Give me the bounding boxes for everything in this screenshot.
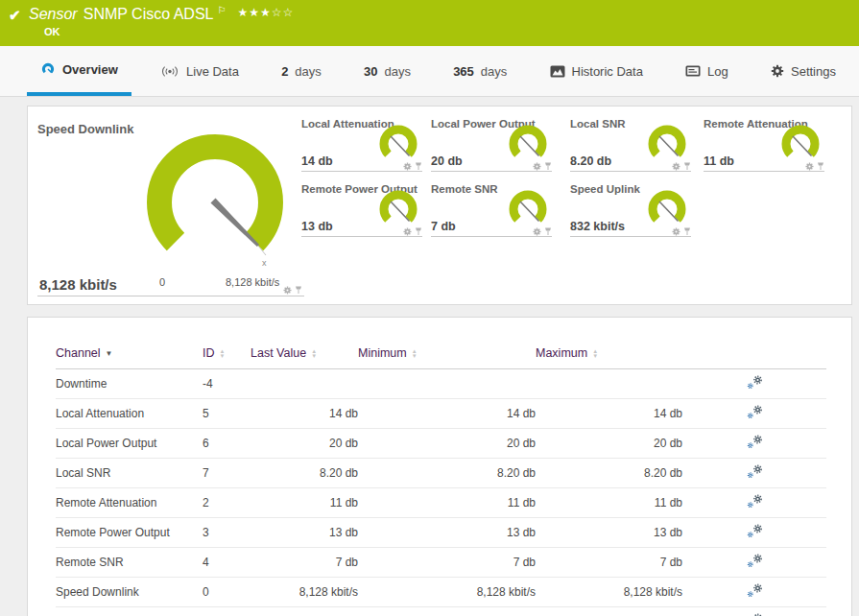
channel-maximum: 13 db	[536, 518, 682, 548]
pin-icon[interactable]	[415, 227, 422, 236]
channel-id: 2	[203, 488, 251, 518]
channel-maximum: 8,128 kbit/s	[536, 578, 682, 607]
channel-id: -4	[203, 369, 251, 399]
channel-gear-icon[interactable]	[283, 286, 292, 295]
gauge-value: 832 kbit/s	[570, 220, 625, 233]
tab-overview[interactable]: Overview	[27, 46, 131, 96]
channel-minimum	[358, 369, 536, 399]
pin-icon[interactable]	[544, 162, 552, 171]
channel-last-value: 20 db	[251, 429, 358, 459]
tab-label: Historic Data	[572, 64, 643, 79]
tab-365-days[interactable]: 365 days	[440, 46, 520, 96]
column-header-id[interactable]: ID▲▼	[203, 346, 251, 369]
channel-minimum: 8,128 kbit/s	[358, 578, 536, 607]
channel-last-value: 8,128 kbit/s	[251, 578, 358, 607]
channel-name[interactable]: Remote Attenuation	[56, 488, 203, 518]
tab-2-days[interactable]: 2 days	[268, 46, 335, 96]
channel-gear-icon[interactable]	[672, 227, 680, 236]
channel-minimum: 20 db	[358, 429, 536, 459]
gauge-scale-max: 8,128 kbit/s	[226, 276, 279, 288]
channel-settings-icon[interactable]	[747, 494, 762, 508]
tab-label: Settings	[791, 64, 836, 79]
gauge-tile-local-power-output: Local Power Output 20 db	[431, 116, 552, 172]
channel-minimum: 14 db	[358, 399, 536, 429]
pin-icon[interactable]	[295, 286, 302, 295]
channels-panel: Channel▼ ID▲▼ Last Value▲▼ Minimum▲▼ Max…	[27, 317, 852, 616]
tab-30-days[interactable]: 30 days	[350, 46, 424, 96]
channel-settings-icon[interactable]	[747, 405, 762, 418]
channel-last-value: 832 kbit/s	[251, 607, 358, 616]
channel-gear-icon[interactable]	[805, 162, 814, 171]
table-row-local-power-output: Local Power Output 6 20 db 20 db 20 db	[56, 429, 826, 459]
gauge-value: 11 db	[704, 154, 734, 168]
tab-unit: days	[384, 64, 410, 79]
channel-last-value: 14 db	[251, 399, 358, 429]
column-header-maximum[interactable]: Maximum▲▼	[536, 346, 682, 369]
tab-historic-data[interactable]: Historic Data	[537, 46, 656, 96]
channel-last-value: 13 db	[251, 518, 358, 548]
column-label: Channel	[56, 346, 101, 360]
channel-settings-icon[interactable]	[747, 554, 762, 567]
gauge-value: 20 db	[431, 154, 463, 168]
channel-settings-icon[interactable]	[747, 583, 762, 597]
channel-settings-icon[interactable]	[747, 524, 762, 537]
pin-icon[interactable]	[683, 162, 691, 171]
tab-label: Log	[707, 64, 728, 79]
channel-name[interactable]: Local Power Output	[56, 429, 203, 459]
channel-minimum: 11 db	[358, 488, 536, 518]
pin-icon[interactable]	[817, 162, 824, 171]
channel-name[interactable]: Remote SNR	[56, 548, 203, 578]
tab-unit: days	[295, 64, 321, 79]
tab-log[interactable]: Log	[672, 46, 742, 96]
flag-icon[interactable]: ⚐	[217, 5, 226, 15]
tab-live-data[interactable]: Live Data	[147, 46, 252, 96]
pin-icon[interactable]	[683, 227, 691, 236]
sensor-title: SNMP Cisco ADSL	[84, 6, 214, 22]
channel-maximum: 20 db	[536, 429, 682, 459]
channel-id: 3	[203, 518, 251, 548]
table-row-remote-power-output: Remote Power Output 3 13 db 13 db 13 db	[56, 518, 826, 548]
column-header-last-value[interactable]: Last Value▲▼	[251, 346, 358, 369]
table-row-downtime: Downtime -4	[56, 369, 826, 399]
channel-last-value	[251, 369, 358, 399]
channel-name[interactable]: Remote Power Output	[56, 518, 203, 548]
table-row-local-snr: Local SNR 7 8.20 db 8.20 db 8.20 db	[56, 459, 826, 488]
channel-name[interactable]: Speed Downlink	[56, 578, 203, 607]
column-header-channel[interactable]: Channel▼	[56, 346, 203, 369]
sort-icon: ▲▼	[220, 349, 226, 359]
channel-name[interactable]: Local Attenuation	[56, 399, 203, 429]
channel-minimum: 832 kbit/s	[358, 607, 536, 616]
gauge-tile-speed-downlink: Speed Downlink 0 8,128 kbit/s 8,128 kbit…	[37, 114, 304, 296]
channel-gear-icon[interactable]	[533, 162, 541, 171]
gauge-tile-remote-power-output: Remote Power Output 13 db	[301, 181, 422, 237]
tab-settings[interactable]: Settings	[757, 46, 849, 96]
priority-stars[interactable]: ★★★☆☆	[237, 6, 294, 19]
table-row-speed-downlink: Speed Downlink 0 8,128 kbit/s 8,128 kbit…	[56, 578, 826, 607]
tab-number: 30	[364, 64, 377, 79]
gauge-tile-local-attenuation: Local Attenuation 14 db	[301, 116, 422, 172]
column-header-minimum[interactable]: Minimum▲▼	[358, 346, 536, 369]
gauges-panel: Speed Downlink 0 8,128 kbit/s 8,128 kbit…	[27, 106, 852, 305]
channel-id: 1	[203, 607, 251, 616]
gauge-value: 13 db	[301, 220, 333, 233]
channel-gear-icon[interactable]	[533, 227, 541, 236]
channel-settings-icon[interactable]	[747, 464, 762, 478]
sort-desc-icon: ▼	[106, 349, 113, 358]
pin-icon[interactable]	[415, 162, 422, 171]
channel-name[interactable]: Local SNR	[56, 459, 203, 488]
sort-icon: ▲▼	[412, 349, 418, 359]
channel-maximum: 8.20 db	[536, 459, 682, 488]
channel-name[interactable]: Speed Uplink	[56, 607, 203, 616]
channel-gear-icon[interactable]	[403, 162, 412, 171]
channel-settings-icon[interactable]	[747, 435, 762, 448]
pin-icon[interactable]	[544, 227, 552, 236]
channel-name[interactable]: Downtime	[56, 369, 203, 399]
channel-gear-icon[interactable]	[403, 227, 412, 236]
sensor-header: ✔ SensorSNMP Cisco ADSL⚐★★★☆☆ OK	[0, 0, 859, 46]
tab-label: Overview	[62, 62, 118, 77]
gauge-value: 7 db	[431, 220, 456, 233]
channel-gear-icon[interactable]	[672, 162, 680, 171]
channel-settings-icon[interactable]	[747, 375, 762, 389]
sort-icon: ▲▼	[311, 349, 317, 359]
tab-unit: days	[481, 64, 507, 79]
